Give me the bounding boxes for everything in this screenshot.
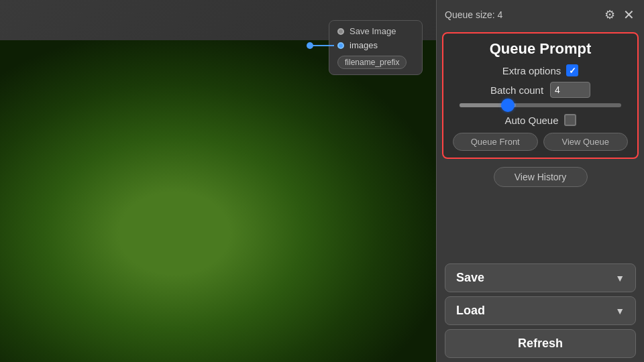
images-label: images <box>350 40 378 50</box>
queue-buttons-row: Queue Front View Queue <box>453 133 628 151</box>
bottom-buttons: Save ▼ Load ▼ Refresh <box>437 259 644 362</box>
extra-options-checkbox[interactable] <box>566 64 578 76</box>
load-button[interactable]: Load ▼ <box>445 296 636 325</box>
node-dot-grey <box>337 28 344 35</box>
save-label: Save <box>456 271 484 285</box>
slider-thumb[interactable] <box>501 99 515 112</box>
slider-container <box>453 103 628 107</box>
view-queue-button[interactable]: View Queue <box>543 133 629 151</box>
right-panel: Queue size: 4 ⚙ ✕ Queue Prompt Extra opt… <box>436 0 644 362</box>
auto-queue-row: Auto Queue <box>453 114 628 126</box>
queue-front-button[interactable]: Queue Front <box>453 133 538 151</box>
auto-queue-label: Auto Queue <box>504 115 558 126</box>
batch-count-input[interactable] <box>550 82 590 98</box>
load-label: Load <box>456 304 485 318</box>
save-image-node: Save Image images filename_prefix <box>329 20 423 75</box>
close-button[interactable]: ✕ <box>622 5 636 24</box>
save-image-label: Save Image <box>350 26 396 36</box>
queue-prompt-box: Queue Prompt Extra options Batch count A… <box>442 32 639 159</box>
save-button[interactable]: Save ▼ <box>445 263 636 292</box>
gear-button[interactable]: ⚙ <box>603 6 616 23</box>
load-arrow-icon: ▼ <box>615 306 625 316</box>
middle-section: View History <box>437 162 644 192</box>
canvas-area: Save Image images filename_prefix <box>0 0 436 362</box>
node-dot-blue <box>337 42 344 49</box>
batch-count-label: Batch count <box>490 84 543 96</box>
panel-header: Queue size: 4 ⚙ ✕ <box>437 0 644 29</box>
extra-options-row: Extra options <box>453 64 628 76</box>
close-icon: ✕ <box>623 7 635 22</box>
header-icons: ⚙ ✕ <box>603 5 636 24</box>
filename-prefix-badge: filename_prefix <box>337 56 407 69</box>
refresh-button[interactable]: Refresh <box>445 329 636 358</box>
save-arrow-icon: ▼ <box>615 273 625 284</box>
queue-prompt-title: Queue Prompt <box>453 40 628 58</box>
apple-scene-image <box>0 40 436 362</box>
auto-queue-checkbox[interactable] <box>564 114 576 126</box>
slider-track <box>460 103 621 107</box>
extra-options-label: Extra options <box>502 65 561 76</box>
connector-line <box>311 45 334 46</box>
view-history-button[interactable]: View History <box>494 167 588 187</box>
batch-count-row: Batch count <box>453 82 628 98</box>
queue-size-label: Queue size: 4 <box>445 9 502 20</box>
canvas-background: Save Image images filename_prefix <box>0 0 436 362</box>
gear-icon: ⚙ <box>604 8 615 21</box>
